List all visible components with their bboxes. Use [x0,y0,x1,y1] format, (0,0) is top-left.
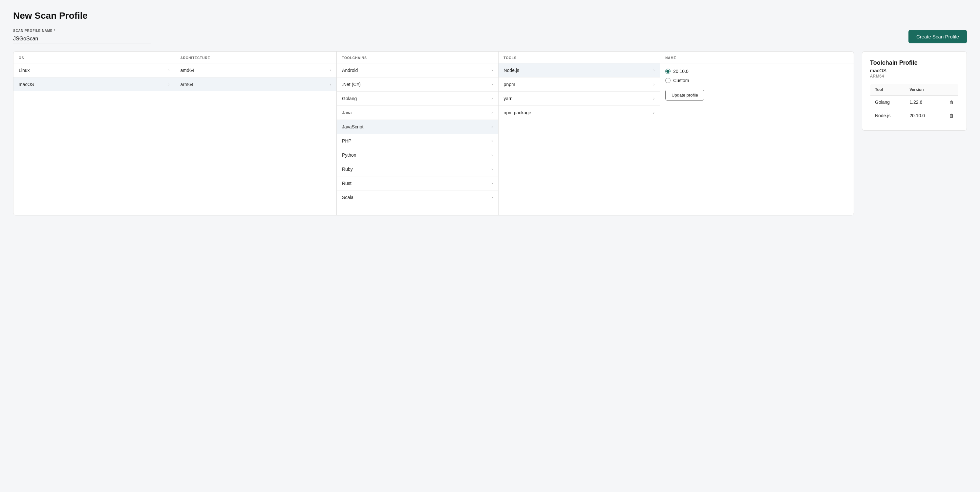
toolchain-profile-os: macOS [870,68,959,73]
tool-item-pnpm[interactable]: pnpm › [498,78,660,92]
chevron-right-icon: › [492,167,493,171]
tool-item-nodejs[interactable]: Node.js › [498,63,660,78]
main-panel: OS Linux › macOS › ARCHITECTURE amd64 › … [13,51,967,216]
chevron-right-icon: › [169,82,170,87]
page-title: New Scan Profile [13,11,967,21]
radio-version-custom[interactable] [665,78,670,83]
toolchain-item-ruby[interactable]: Ruby › [337,162,498,176]
toolchain-profile-table: Tool Version Golang 1.22.6 🗑 Node.js 20.… [870,84,959,123]
tools-column-header: TOOLS [498,51,660,63]
chevron-right-icon: › [492,181,493,185]
architecture-column: ARCHITECTURE amd64 › arm64 › [175,51,337,215]
tool-item-npm-package[interactable]: npm package › [498,106,660,120]
table-row: Golang 1.22.6 🗑 [870,96,959,109]
tools-column: TOOLS Node.js › pnpm › yarn › npm packag… [498,51,660,215]
chevron-right-icon: › [653,110,654,115]
chevron-right-icon: › [653,96,654,101]
toolchain-item-rust[interactable]: Rust › [337,176,498,190]
table-row: Node.js 20.10.0 🗑 [870,109,959,123]
chevron-right-icon: › [653,82,654,87]
scan-profile-name-input[interactable] [13,35,151,43]
selector-box: OS Linux › macOS › ARCHITECTURE amd64 › … [13,51,854,216]
radio-version-20-10-0[interactable] [665,69,670,74]
toolchains-column: TOOLCHAINS Android › .Net (C#) › Golang … [337,51,498,215]
architecture-column-header: ARCHITECTURE [175,51,337,63]
tool-item-yarn[interactable]: yarn › [498,92,660,106]
table-header-version: Version [905,84,939,96]
toolchain-item-android[interactable]: Android › [337,63,498,78]
os-item-linux[interactable]: Linux › [13,63,175,78]
chevron-right-icon: › [492,153,493,157]
delete-nodejs-button[interactable]: 🗑 [939,109,958,123]
name-column: NAME 20.10.0 Custom Update profile [660,51,854,215]
chevron-right-icon: › [492,110,493,115]
toolchain-item-dotnet[interactable]: .Net (C#) › [337,78,498,92]
chevron-right-icon: › [492,82,493,87]
arch-item-amd64[interactable]: amd64 › [175,63,337,78]
tool-name-golang: Golang [870,96,905,109]
toolchain-profile-arch: ARM64 [870,74,959,78]
toolchain-item-php[interactable]: PHP › [337,134,498,148]
tool-version-golang: 1.22.6 [905,96,939,109]
os-item-macos[interactable]: macOS › [13,78,175,91]
update-profile-button[interactable]: Update profile [665,89,704,101]
toolchain-profile-panel: Toolchain Profile macOS ARM64 Tool Versi… [862,51,967,131]
create-scan-profile-button[interactable]: Create Scan Profile [908,30,967,43]
os-column-header: OS [13,51,175,63]
chevron-right-icon: › [492,195,493,200]
toolchain-item-java[interactable]: Java › [337,106,498,120]
toolchain-item-golang[interactable]: Golang › [337,92,498,106]
chevron-right-icon: › [492,96,493,101]
radio-item-version[interactable]: 20.10.0 [665,69,848,74]
chevron-right-icon: › [330,82,331,87]
toolchains-column-header: TOOLCHAINS [337,51,498,63]
toolchain-item-python[interactable]: Python › [337,148,498,162]
chevron-right-icon: › [653,68,654,73]
name-column-header: NAME [660,51,854,63]
scan-profile-label: SCAN PROFILE NAME * [13,29,151,32]
chevron-right-icon: › [330,68,331,73]
delete-golang-button[interactable]: 🗑 [939,96,958,109]
os-column: OS Linux › macOS › [13,51,175,215]
toolchain-profile-title: Toolchain Profile [870,59,959,66]
chevron-right-icon: › [169,68,170,73]
toolchain-item-javascript[interactable]: JavaScript › [337,120,498,134]
arch-item-arm64[interactable]: arm64 › [175,78,337,91]
toolchain-item-scala[interactable]: Scala › [337,190,498,204]
chevron-right-icon: › [492,125,493,129]
chevron-right-icon: › [492,139,493,143]
chevron-right-icon: › [492,68,493,73]
table-header-tool: Tool [870,84,905,96]
version-radio-group: 20.10.0 Custom [660,63,854,88]
radio-item-custom[interactable]: Custom [665,78,848,83]
tool-version-nodejs: 20.10.0 [905,109,939,123]
tool-name-nodejs: Node.js [870,109,905,123]
